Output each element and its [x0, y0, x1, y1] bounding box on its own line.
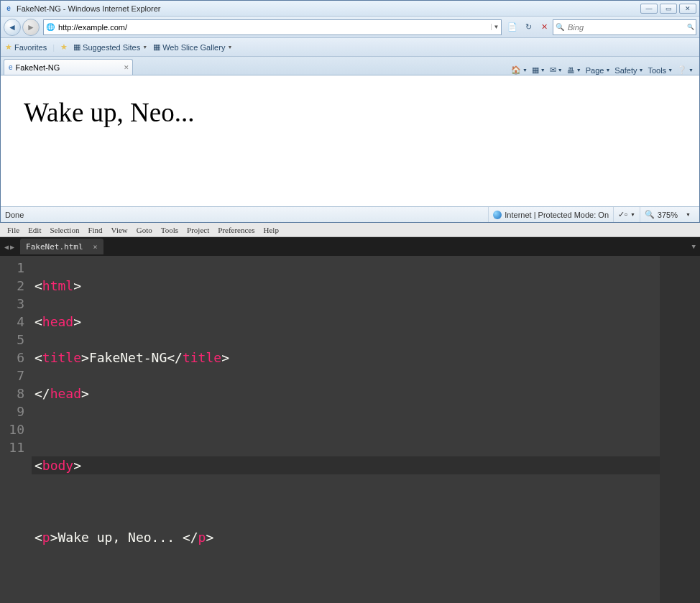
- menu-edit[interactable]: Edit: [28, 226, 41, 234]
- menu-goto[interactable]: Goto: [137, 226, 152, 234]
- address-dropdown[interactable]: ▼: [491, 24, 501, 30]
- star-plus-icon: ★: [60, 42, 68, 52]
- ie-statusbar: Done Internet | Protected Mode: On ✓▫▼ 🔍…: [1, 206, 699, 222]
- star-icon: ★: [5, 42, 12, 52]
- zoom-level[interactable]: 🔍 375% ▼: [640, 207, 695, 222]
- forward-button[interactable]: ►: [22, 19, 40, 36]
- ie-titlebar[interactable]: e FakeNet-NG - Windows Internet Explorer…: [1, 1, 699, 17]
- suggested-sites-link[interactable]: ▦Suggested Sites▼: [73, 42, 147, 52]
- sublime-tabbar: ◀▶ FakeNet.html × ▼: [0, 237, 700, 256]
- minimize-button[interactable]: —: [640, 4, 658, 14]
- slice-icon: ▦: [153, 42, 160, 52]
- mail-icon: ✉: [550, 65, 556, 75]
- rss-icon: ▦: [532, 65, 539, 75]
- tab-overflow-button[interactable]: ▼: [692, 243, 696, 250]
- ie-window: e FakeNet-NG - Windows Internet Explorer…: [0, 0, 700, 223]
- search-go-button[interactable]: 🔍: [686, 24, 696, 30]
- menu-find[interactable]: Find: [88, 226, 102, 234]
- menu-view[interactable]: View: [111, 226, 128, 234]
- home-icon: 🏠: [511, 65, 521, 75]
- sublime-window: File Edit Selection Find View Goto Tools…: [0, 223, 700, 603]
- page-content: Wake up, Neo...: [1, 75, 699, 206]
- tools-menu[interactable]: Tools▼: [648, 66, 673, 75]
- status-text: Done: [5, 211, 24, 219]
- tab-favicon-icon: e: [9, 63, 13, 71]
- sublime-tab-name: FakeNet.html: [26, 242, 83, 252]
- print-icon: 🖶: [567, 66, 575, 75]
- help-icon: ❔: [677, 65, 687, 75]
- sublime-menubar: File Edit Selection Find View Goto Tools…: [0, 223, 700, 237]
- refresh-button[interactable]: ↻: [521, 20, 535, 34]
- home-button[interactable]: 🏠▼: [511, 65, 528, 75]
- editor-area[interactable]: 1234567891011 <html> <head> <title>FakeN…: [0, 256, 700, 603]
- menu-help[interactable]: Help: [264, 226, 279, 234]
- address-bar[interactable]: 🌐 ▼: [43, 19, 502, 35]
- tab-next-button[interactable]: ▶: [10, 243, 14, 251]
- code-body[interactable]: <html> <head> <title>FakeNet-NG</title> …: [32, 256, 700, 603]
- security-zone[interactable]: Internet | Protected Mode: On: [488, 207, 613, 222]
- favorites-button[interactable]: ★Favorites: [5, 42, 47, 52]
- ie-navbar: ◄ ► 🌐 ▼ 📄 ↻ ✕ 🔍 🔍: [1, 17, 699, 38]
- page-icon: 🌐: [44, 23, 57, 31]
- menu-file[interactable]: File: [7, 226, 19, 234]
- search-input[interactable]: [566, 22, 686, 33]
- zoom-mode-button[interactable]: ✓▫▼: [613, 207, 640, 222]
- tab-close-button[interactable]: ✕: [124, 64, 129, 71]
- menu-preferences[interactable]: Preferences: [218, 226, 254, 234]
- print-button[interactable]: 🖶▼: [567, 66, 581, 75]
- close-button[interactable]: ✕: [679, 4, 696, 14]
- ie-tab[interactable]: e FakeNet-NG ✕: [4, 59, 133, 75]
- site-icon: ▦: [73, 42, 80, 52]
- safety-menu[interactable]: Safety▼: [614, 66, 643, 75]
- add-favorite-button[interactable]: ★: [60, 42, 68, 52]
- url-input[interactable]: [57, 22, 491, 33]
- search-icon: 🔍: [553, 23, 566, 31]
- sublime-tab-close-button[interactable]: ×: [93, 243, 98, 251]
- line-gutter: 1234567891011: [0, 256, 32, 603]
- search-bar[interactable]: 🔍 🔍: [553, 19, 696, 35]
- feeds-button[interactable]: ▦▼: [532, 65, 545, 75]
- stop-button[interactable]: ✕: [537, 20, 551, 34]
- page-heading: Wake up, Neo...: [24, 98, 194, 127]
- globe-icon: [493, 211, 502, 219]
- sublime-tab[interactable]: FakeNet.html ×: [20, 239, 103, 254]
- page-menu[interactable]: Page▼: [586, 66, 611, 75]
- ie-favorites-bar: ★Favorites | ★ ▦Suggested Sites▼ ▦Web Sl…: [1, 38, 699, 57]
- back-button[interactable]: ◄: [4, 19, 21, 36]
- mail-button[interactable]: ✉▼: [550, 65, 563, 75]
- minimap[interactable]: [660, 256, 700, 603]
- menu-selection[interactable]: Selection: [50, 226, 79, 234]
- ie-tabbar: e FakeNet-NG ✕ 🏠▼ ▦▼ ✉▼ 🖶▼ Page▼ Safety▼…: [1, 57, 699, 75]
- help-button[interactable]: ❔▼: [677, 65, 694, 75]
- ie-command-bar: 🏠▼ ▦▼ ✉▼ 🖶▼ Page▼ Safety▼ Tools▼ ❔▼: [511, 65, 696, 75]
- menu-project[interactable]: Project: [187, 226, 209, 234]
- ie-favicon-icon: e: [4, 4, 14, 14]
- compat-button[interactable]: 📄: [505, 20, 520, 34]
- web-slice-link[interactable]: ▦Web Slice Gallery▼: [153, 42, 232, 52]
- tab-title: FakeNet-NG: [16, 63, 60, 72]
- ie-window-title: FakeNet-NG - Windows Internet Explorer: [17, 4, 640, 13]
- maximize-button[interactable]: ▭: [660, 4, 677, 14]
- tab-prev-button[interactable]: ◀: [4, 243, 9, 251]
- menu-tools[interactable]: Tools: [161, 226, 178, 234]
